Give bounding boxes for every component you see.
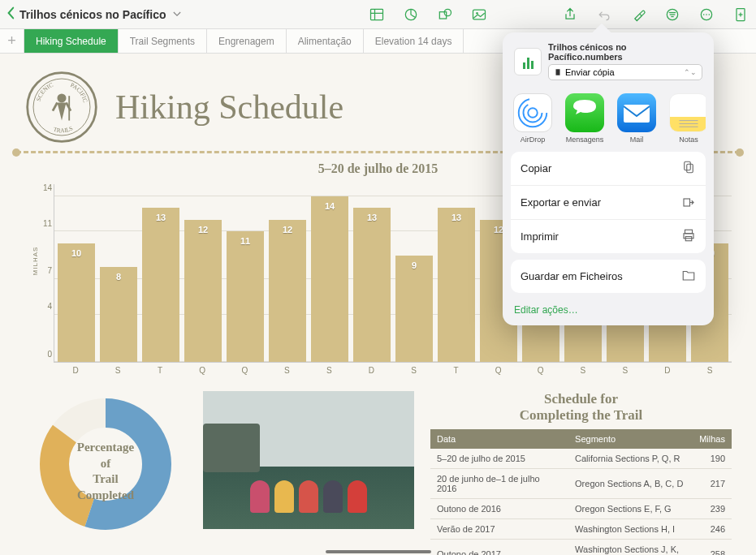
insert-shape-icon[interactable] [436, 6, 454, 24]
svg-point-14 [706, 14, 707, 15]
table-row[interactable]: Outono de 2016Oregon Sections E, F, G239 [430, 498, 732, 518]
share-popover: Trilhos cénicos no Pacífico.numbers Envi… [503, 32, 714, 325]
insert-table-icon[interactable] [368, 6, 386, 24]
title-chevron-icon[interactable] [173, 10, 181, 19]
svg-text:TRAILS: TRAILS [53, 124, 74, 134]
share-app-mail[interactable]: Mail [615, 93, 659, 144]
bar[interactable]: 11 [227, 231, 264, 362]
page-title: Hiking Schedule [115, 88, 343, 127]
table-row[interactable]: Verão de 2017Washington Sections H, I246 [430, 518, 732, 539]
schedule-table[interactable]: Schedule for Completing the Trail Data S… [430, 391, 732, 555]
edit-actions-link[interactable]: Editar ações… [511, 299, 706, 317]
y-axis-label: MILHAS [32, 247, 39, 276]
trails-logo: SCENIC PACIFIC TRAILS [24, 70, 99, 144]
svg-rect-37 [685, 161, 691, 170]
svg-point-24 [57, 93, 66, 102]
svg-point-31 [524, 104, 542, 123]
share-app-airdrop[interactable]: AirDrop [511, 93, 555, 144]
undo-icon[interactable] [595, 6, 613, 24]
bar[interactable]: 13 [353, 208, 391, 362]
bar[interactable]: 13 [142, 208, 179, 362]
svg-rect-29 [556, 69, 560, 75]
sheet-tab-hiking[interactable]: Hiking Schedule [24, 29, 119, 53]
share-app-notes[interactable]: Notas [667, 93, 706, 144]
action-copy[interactable]: Copiar [511, 152, 706, 186]
document-title[interactable]: Trilhos cénicos no Pacífico [19, 8, 166, 21]
svg-rect-39 [684, 199, 690, 206]
export-icon [681, 194, 696, 211]
table-row[interactable]: Outono de 2017Washington Sections J, K, … [430, 539, 732, 555]
filter-icon[interactable] [663, 6, 681, 24]
format-brush-icon[interactable] [629, 6, 647, 24]
table-row[interactable]: 5–20 de julho de 2015California Sections… [430, 449, 732, 469]
scenic-photo[interactable] [203, 391, 414, 529]
document-icon [554, 68, 562, 76]
bar[interactable]: 12 [269, 220, 306, 362]
svg-rect-40 [685, 230, 693, 234]
file-thumbnail-icon [514, 48, 542, 75]
sheet-tab-segments[interactable]: Trail Segments [119, 29, 207, 53]
folder-icon [681, 268, 696, 285]
mail-icon [617, 93, 656, 132]
chevron-updown-icon: ⌃⌄ [684, 68, 697, 76]
col-milhas: Milhas [693, 429, 732, 449]
share-app-messages[interactable]: Mensagens [563, 93, 607, 144]
svg-point-30 [528, 108, 538, 118]
col-data: Data [430, 429, 568, 449]
share-filename: Trilhos cénicos no Pacífico.numbers [548, 42, 702, 62]
print-icon [681, 228, 696, 245]
svg-rect-33 [624, 105, 650, 123]
insert-chart-icon[interactable] [402, 6, 420, 24]
sheet-tab-food[interactable]: Alimentação [287, 29, 364, 53]
bar[interactable]: 14 [311, 196, 348, 362]
more-icon[interactable] [698, 6, 715, 24]
svg-rect-38 [687, 164, 693, 173]
bar[interactable]: 13 [438, 208, 475, 362]
sheet-tab-elevation[interactable]: Elevation 14 days [364, 29, 464, 53]
add-sheet-button[interactable]: + [0, 29, 24, 53]
bar[interactable]: 10 [58, 243, 95, 362]
new-doc-icon[interactable] [732, 6, 750, 24]
donut-label: Percentage of Trail Completed [24, 440, 187, 503]
airdrop-icon [513, 93, 552, 132]
action-export[interactable]: Exportar e enviar [511, 186, 706, 220]
insert-media-icon[interactable] [470, 6, 488, 24]
svg-point-15 [709, 14, 711, 15]
copy-icon [681, 160, 696, 177]
svg-point-13 [703, 14, 705, 15]
share-icon[interactable] [561, 6, 579, 24]
table-row[interactable]: 20 de junho de–1 de julho 2016Oregon Sec… [430, 468, 732, 498]
bar[interactable]: 12 [184, 220, 222, 362]
svg-point-5 [444, 9, 451, 15]
bar[interactable]: 8 [100, 267, 137, 362]
share-mode-selector[interactable]: Enviar cópia ⌃⌄ [548, 64, 702, 80]
bar[interactable]: 9 [395, 256, 433, 362]
schedule-title: Schedule for Completing the Trail [430, 391, 732, 424]
back-button[interactable] [6, 5, 15, 24]
top-toolbar: Trilhos cénicos no Pacífico [0, 0, 756, 29]
action-print[interactable]: Imprimir [511, 220, 706, 253]
notes-icon [669, 93, 706, 132]
svg-rect-0 [370, 9, 382, 19]
action-folder[interactable]: Guardar em Ficheiros [511, 260, 706, 293]
home-indicator [326, 550, 431, 553]
svg-point-7 [476, 12, 478, 14]
donut-chart[interactable]: Percentage of Trail Completed [24, 391, 187, 540]
messages-icon [565, 93, 604, 132]
col-segmento: Segmento [568, 429, 693, 449]
sheet-tab-gear[interactable]: Engrenagem [207, 29, 287, 53]
